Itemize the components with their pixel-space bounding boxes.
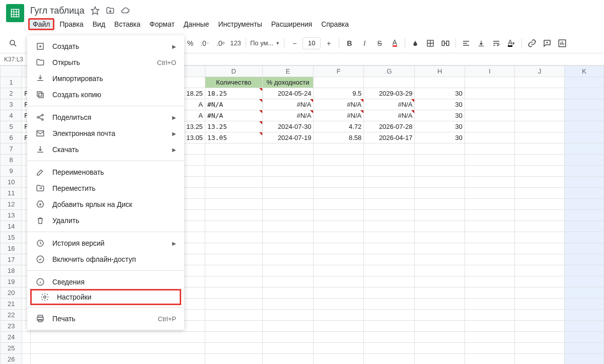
row-header[interactable]: 25 xyxy=(1,343,22,354)
menu-item-данные[interactable]: Данные xyxy=(180,18,213,30)
menu-item-расширения[interactable]: Расширения xyxy=(267,18,316,30)
header-yield[interactable]: % доходности xyxy=(262,77,314,88)
row-header[interactable]: 3 xyxy=(1,99,22,110)
column-header-J[interactable]: J xyxy=(514,66,564,77)
file-menu-plus-box[interactable]: Создать▶ xyxy=(27,38,184,54)
column-header-K[interactable]: K xyxy=(564,66,603,77)
column-header-G[interactable]: G xyxy=(364,66,415,77)
row-header[interactable]: 1 xyxy=(1,77,22,88)
file-menu-move[interactable]: Переместить xyxy=(27,180,184,196)
row-header[interactable]: 12 xyxy=(1,199,22,210)
name-box[interactable]: K37:L3 xyxy=(0,56,30,63)
svg-point-7 xyxy=(37,117,39,118)
file-menu-mail[interactable]: Электронная почта▶ xyxy=(27,125,184,141)
row-header[interactable]: 15 xyxy=(1,232,22,243)
menu-item-вид[interactable]: Вид xyxy=(89,18,109,30)
row-header[interactable]: 4 xyxy=(1,110,22,121)
plus-box-icon xyxy=(35,41,45,51)
row-header[interactable]: 6 xyxy=(1,132,22,143)
file-menu-download[interactable]: Скачать▶ xyxy=(27,141,184,158)
font-size-decrease-icon[interactable]: − xyxy=(287,36,301,50)
file-menu-folder[interactable]: ОткрытьCtrl+O xyxy=(27,54,184,70)
row-header[interactable]: 22 xyxy=(1,310,22,321)
row-header[interactable]: 16 xyxy=(1,243,22,254)
row-header[interactable]: 23 xyxy=(1,321,22,332)
file-menu-import[interactable]: Импортировать xyxy=(27,70,184,87)
file-menu-history[interactable]: История версий▶ xyxy=(27,235,184,251)
row-header[interactable]: 7 xyxy=(1,143,22,155)
borders-icon[interactable] xyxy=(423,36,437,50)
file-menu-copy[interactable]: Создать копию xyxy=(27,87,184,103)
row-header[interactable]: 2 xyxy=(1,88,22,99)
row-header[interactable]: 11 xyxy=(1,188,22,199)
file-menu-share[interactable]: Поделиться▶ xyxy=(27,109,184,125)
header-quantity[interactable]: Количество xyxy=(205,77,262,88)
row-header[interactable]: 14 xyxy=(1,221,22,232)
row-header[interactable]: 26 xyxy=(1,354,22,365)
vertical-align-icon[interactable] xyxy=(474,36,488,50)
text-rotation-icon[interactable]: A▾ xyxy=(504,36,518,50)
menu-item-вставка[interactable]: Вставка xyxy=(110,18,144,30)
folder-icon xyxy=(35,57,45,67)
insert-link-icon[interactable] xyxy=(525,36,539,50)
text-color-icon[interactable]: A xyxy=(388,36,402,50)
menu-item-правка[interactable]: Правка xyxy=(55,18,87,30)
row-header[interactable]: 10 xyxy=(1,177,22,188)
menu-item-файл[interactable]: Файл xyxy=(28,18,54,30)
file-menu-rename[interactable]: Переименовать xyxy=(27,164,184,180)
decrease-decimal-icon[interactable]: .0← xyxy=(198,36,212,50)
move-icon xyxy=(35,183,45,193)
file-menu-print[interactable]: ПечатьCtrl+P xyxy=(27,311,184,327)
column-header-D[interactable]: D xyxy=(205,66,262,77)
menu-item-инструменты[interactable]: Инструменты xyxy=(214,18,266,30)
menu-item-справка[interactable]: Справка xyxy=(317,18,353,30)
star-icon[interactable] xyxy=(91,6,100,15)
italic-icon[interactable]: I xyxy=(357,36,371,50)
row-header[interactable]: 13 xyxy=(1,210,22,221)
number-format-button[interactable]: 123 xyxy=(229,36,243,50)
cloud-status-icon[interactable] xyxy=(121,6,130,15)
submenu-arrow-icon: ▶ xyxy=(172,241,176,246)
text-wrap-icon[interactable] xyxy=(489,36,503,50)
font-size-input[interactable]: 10 xyxy=(303,37,321,49)
percent-format-icon[interactable]: % xyxy=(183,36,197,50)
row-header[interactable]: 20 xyxy=(1,287,22,299)
row-header[interactable]: 5 xyxy=(1,121,22,132)
app-logo[interactable] xyxy=(6,4,24,22)
info-icon xyxy=(35,277,45,287)
insert-comment-icon[interactable] xyxy=(540,36,554,50)
fill-color-icon[interactable] xyxy=(408,36,422,50)
column-header-E[interactable]: E xyxy=(262,66,314,77)
move-to-folder-icon[interactable] xyxy=(106,6,115,15)
file-menu-drive-add[interactable]: Добавить ярлык на Диск xyxy=(27,196,184,212)
bold-icon[interactable]: B xyxy=(342,36,356,50)
column-header-I[interactable]: I xyxy=(465,66,514,77)
insert-chart-icon[interactable] xyxy=(555,36,569,50)
header: Гугл таблица ФайлПравкаВидВставкаФорматД… xyxy=(0,0,604,30)
row-header[interactable]: 21 xyxy=(1,299,22,310)
file-menu-offline[interactable]: Включить офлайн-доступ xyxy=(27,251,184,267)
row-header[interactable]: 19 xyxy=(1,276,22,287)
search-menu-icon[interactable] xyxy=(6,36,20,50)
file-menu-gear[interactable]: Настройки xyxy=(30,289,181,305)
row-header[interactable]: 17 xyxy=(1,254,22,265)
print-icon xyxy=(35,314,45,324)
merge-cells-icon[interactable] xyxy=(438,36,452,50)
row-header[interactable]: 18 xyxy=(1,265,22,276)
column-header-F[interactable]: F xyxy=(314,66,364,77)
file-menu-info[interactable]: Сведения xyxy=(27,274,184,290)
menu-label: Создать копию xyxy=(52,91,176,99)
row-header[interactable]: 9 xyxy=(1,166,22,177)
row-header[interactable]: 24 xyxy=(1,332,22,343)
strikethrough-icon[interactable]: S xyxy=(372,36,387,50)
column-header-H[interactable]: H xyxy=(415,66,465,77)
offline-icon xyxy=(35,254,45,264)
file-menu-trash[interactable]: Удалить xyxy=(27,212,184,229)
font-size-increase-icon[interactable]: + xyxy=(322,36,336,50)
font-family-select[interactable]: По ум... ▼ xyxy=(249,37,281,49)
row-header[interactable]: 8 xyxy=(1,155,22,166)
horizontal-align-icon[interactable] xyxy=(459,36,473,50)
increase-decimal-icon[interactable]: .00 xyxy=(213,36,228,50)
menu-item-формат[interactable]: Формат xyxy=(145,18,179,30)
document-title[interactable]: Гугл таблица xyxy=(28,6,85,16)
